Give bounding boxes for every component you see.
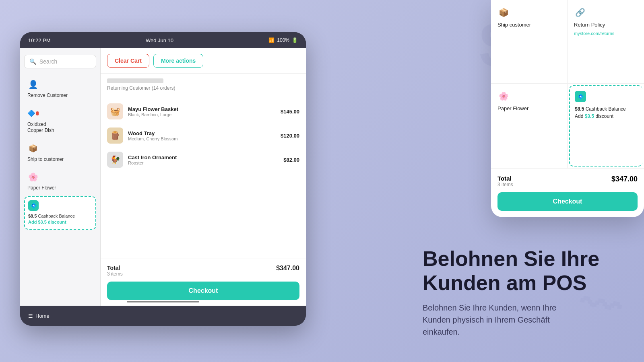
rp-cashback-cell[interactable]: 💠 $8.5 Cashback Balance Add $3.5 discoun…	[569, 85, 642, 167]
home-label: Home	[35, 313, 50, 319]
oxidized-label: OxidizedCopper Dish	[27, 121, 54, 134]
ship-label: Ship to customer	[27, 156, 64, 163]
flower-label: Paper Flower	[27, 185, 56, 191]
rp-ship-label: Ship customer	[497, 22, 561, 28]
paper-flower-item[interactable]: 🌸 Paper Flower	[24, 167, 96, 195]
order-items-list: 🧺 Mayu Flower Basket Black, Bamboo, Larg…	[101, 96, 306, 259]
status-date: Wed Jun 10	[146, 37, 173, 43]
rp-total-items: 3 items	[497, 182, 513, 187]
battery-label: 100%	[277, 37, 289, 43]
item-thumb-2: 🪵	[107, 128, 123, 144]
total-row: Total 3 items $347.00	[107, 265, 299, 277]
search-label: Search	[39, 58, 57, 65]
status-time: 10:22 PM	[28, 37, 51, 43]
status-bar: 10:22 PM Wed Jun 10 📶 100% 🔋	[20, 32, 306, 48]
customer-name-masked	[107, 78, 163, 83]
rp-discount-prefix: Add	[575, 113, 585, 119]
rp-total-section: Total 3 items $347.00 Checkout	[491, 168, 644, 217]
customer-info: Returning Customer (14 orders)	[101, 74, 306, 96]
right-panel: Clear Cart More actions Returning Custom…	[101, 48, 306, 306]
item-price-3: $82.00	[283, 157, 299, 163]
item-details-2: Wood Tray Medium, Cherry Blossom	[128, 130, 276, 141]
rp-total-label-group: Total 3 items	[497, 175, 513, 187]
phone-content: 🔍 Search 👤 Remove Customer 🔷 OxidizedCop…	[20, 48, 306, 306]
cashback-text: $8.5 Cashback Balance Add $3.5 discount	[28, 213, 92, 226]
scroll-indicator	[127, 301, 199, 302]
subline: Belohnen Sie Ihre Kunden, wenn IhreKunde…	[423, 302, 632, 338]
rp-ship-customer[interactable]: 📦 Ship customer	[491, 0, 568, 84]
right-phone-grid: 📦 Ship customer 🔗 Return Policy mystore.…	[491, 0, 644, 168]
rp-flower-label: Paper Flower	[497, 105, 561, 111]
rp-cashback-icon: 💠	[575, 91, 586, 102]
total-amount: $347.00	[276, 265, 299, 272]
menu-icon: ☰	[28, 313, 33, 319]
phone-left-mockup: 10:22 PM Wed Jun 10 📶 100% 🔋 🔍 Search 👤 …	[20, 32, 306, 326]
item-price-2: $120.00	[281, 133, 299, 139]
rp-total-row: Total 3 items $347.00	[497, 175, 638, 187]
item-thumb-3: 🐓	[107, 152, 123, 168]
search-bar[interactable]: 🔍 Search	[24, 55, 96, 68]
remove-customer-label: Remove Customer	[27, 93, 68, 99]
ship-to-customer-item[interactable]: 📦 Ship to customer	[24, 139, 96, 167]
battery-icon: 🔋	[292, 37, 298, 43]
item-name-1: Mayu Flower Basket	[128, 106, 276, 112]
items-count: 3 items	[107, 271, 123, 277]
headline: Belohnen Sie IhreKunden am POS	[423, 247, 632, 295]
rp-return-policy[interactable]: 🔗 Return Policy mystore.com/returns	[568, 0, 644, 84]
order-item-1: 🧺 Mayu Flower Basket Black, Bamboo, Larg…	[101, 99, 306, 123]
total-label-group: Total 3 items	[107, 265, 123, 277]
rp-return-icon: 🔗	[574, 6, 586, 19]
more-actions-button[interactable]: More actions	[153, 54, 203, 68]
rp-return-label: Return Policy	[574, 22, 638, 28]
order-item-2: 🪵 Wood Tray Medium, Cherry Blossom $120.…	[101, 123, 306, 148]
text-section: Belohnen Sie IhreKunden am POS Belohnen …	[423, 247, 632, 338]
item-price-1: $145.00	[281, 109, 299, 115]
item-details-3: Cast Iron Ornament Rooster	[128, 154, 279, 165]
rp-total-amount: $347.00	[611, 175, 638, 187]
rp-discount-amount: $3.5	[585, 113, 594, 119]
cashback-icon: 💠	[28, 200, 39, 211]
wifi-icon: 📶	[268, 37, 275, 43]
oxidized-copper-item[interactable]: 🔷 OxidizedCopper Dish	[24, 104, 96, 138]
phone-right-mockup: 📦 Ship customer 🔗 Return Policy mystore.…	[491, 0, 644, 217]
status-right: 📶 100% 🔋	[268, 37, 298, 43]
phone-nav: ☰ Home	[20, 306, 306, 326]
cashback-card-left[interactable]: 💠 $8.5 Cashback Balance Add $3.5 discoun…	[24, 196, 96, 230]
rp-return-sub: mystore.com/returns	[574, 31, 638, 36]
total-label: Total	[107, 265, 123, 271]
rp-discount-suffix: discount	[594, 113, 613, 119]
search-icon: 🔍	[29, 58, 36, 65]
item-details-1: Mayu Flower Basket Black, Bamboo, Large	[128, 106, 276, 117]
left-panel: 🔍 Search 👤 Remove Customer 🔷 OxidizedCop…	[20, 48, 101, 306]
cashback-discount: Add $3.5 discount	[28, 220, 66, 224]
rp-balance-label: $8.5	[575, 106, 584, 112]
cart-toolbar: Clear Cart More actions	[101, 48, 306, 74]
item-sub-1: Black, Bamboo, Large	[128, 112, 276, 117]
rp-checkout-button[interactable]: Checkout	[497, 192, 638, 211]
oxidized-icon: 🔷	[27, 108, 39, 119]
cashback-balance: $8.5	[28, 214, 37, 218]
clear-cart-button[interactable]: Clear Cart	[107, 54, 149, 68]
rp-ship-icon: 📦	[497, 6, 510, 19]
rp-flower-icon: 🌸	[497, 90, 510, 102]
item-thumb-1: 🧺	[107, 103, 123, 119]
customer-sub: Returning Customer (14 orders)	[107, 85, 299, 91]
remove-customer-item[interactable]: 👤 Remove Customer	[24, 75, 96, 103]
nav-home[interactable]: ☰ Home	[28, 313, 50, 319]
flower-icon: 🌸	[27, 171, 39, 183]
item-name-2: Wood Tray	[128, 130, 276, 136]
order-item-3: 🐓 Cast Iron Ornament Rooster $82.00	[101, 148, 306, 172]
rp-paper-flower[interactable]: 🌸 Paper Flower	[491, 84, 568, 168]
cart-footer: Total 3 items $347.00 Checkout	[101, 259, 306, 306]
item-sub-2: Medium, Cherry Blossom	[128, 136, 276, 141]
rp-total-label: Total	[497, 175, 513, 182]
rp-cashback-text: $8.5 Cashback Balance Add $3.5 discount	[575, 105, 638, 120]
ship-icon: 📦	[27, 143, 39, 154]
item-sub-3: Rooster	[128, 160, 279, 165]
checkout-button[interactable]: Checkout	[107, 282, 299, 300]
remove-customer-icon: 👤	[27, 79, 39, 90]
item-name-3: Cast Iron Ornament	[128, 154, 279, 160]
